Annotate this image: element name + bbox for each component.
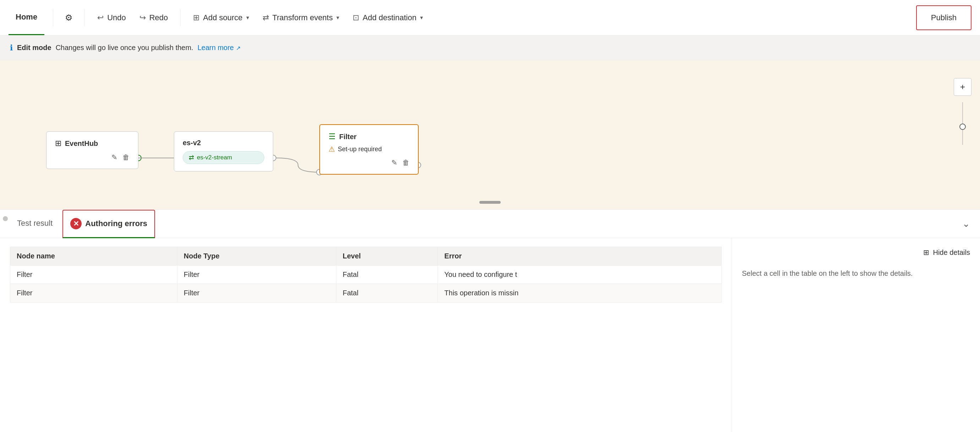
eventhub-title: EventHub: [65, 140, 98, 148]
error-table: Node name Node Type Level Error Filter F…: [10, 247, 722, 303]
eventhub-node: ⊞ EventHub ✎ 🗑: [46, 131, 138, 169]
tab-home[interactable]: Home: [8, 0, 45, 35]
add-destination-button[interactable]: ⊡ Add destination ▾: [346, 7, 430, 29]
row2-node-name: Filter: [10, 284, 177, 303]
stream-label: es-v2-stream: [197, 154, 232, 161]
row1-node-type: Filter: [177, 266, 336, 284]
add-source-label: Add source: [203, 13, 242, 22]
zoom-track: [962, 102, 963, 145]
table-row[interactable]: Filter Filter Fatal This operation is mi…: [10, 284, 722, 303]
undo-button[interactable]: ↩ Undo: [91, 7, 133, 29]
eventhub-icon: ⊞: [55, 139, 61, 148]
col-node-type: Node Type: [177, 247, 336, 266]
row1-node-name: Filter: [10, 266, 177, 284]
hide-details-label: Hide details: [933, 249, 970, 257]
gear-button[interactable]: ⚙: [59, 7, 79, 29]
filter-edit-button[interactable]: ✎: [391, 158, 398, 167]
hide-details-button[interactable]: ⊞ Hide details: [923, 248, 970, 257]
add-destination-label: Add destination: [363, 13, 417, 22]
row2-error: This operation is missin: [438, 284, 722, 303]
filter-title: Filter: [339, 133, 356, 141]
bottom-panel: Test result ✕ Authoring errors ⌄ Node na…: [0, 209, 980, 432]
warning-icon: ⚠: [329, 145, 335, 153]
transform-icon: ⇄: [262, 13, 269, 22]
separator-1: [53, 9, 53, 26]
panel-collapse-button[interactable]: ⌄: [962, 218, 970, 229]
row2-node-type: Filter: [177, 284, 336, 303]
undo-icon: ↩: [97, 13, 103, 22]
col-level: Level: [336, 247, 438, 266]
add-source-chevron: ▾: [246, 14, 249, 21]
col-error: Error: [438, 247, 722, 266]
table-header-row: Node name Node Type Level Error: [10, 247, 722, 266]
panel-tabs: Test result ✕ Authoring errors ⌄: [0, 210, 980, 238]
eventhub-delete-button[interactable]: 🗑: [123, 153, 129, 161]
stream-icon: ⇄: [189, 154, 194, 161]
filter-icon: ☰: [329, 132, 336, 141]
edit-mode-banner: ℹ Edit mode Changes will go live once yo…: [0, 35, 980, 61]
add-destination-chevron: ▾: [420, 14, 423, 21]
external-link-icon: ↗: [236, 45, 240, 51]
zoom-plus-button[interactable]: +: [954, 78, 972, 96]
tab-authoring-errors[interactable]: ✕ Authoring errors: [62, 210, 155, 238]
tab-home-label: Home: [16, 13, 37, 22]
learn-more-label: Learn more: [197, 44, 234, 51]
esv2-title: es-v2: [183, 139, 201, 147]
add-destination-icon: ⊡: [353, 13, 359, 22]
gear-icon: ⚙: [65, 13, 73, 23]
esv2-header: es-v2: [183, 139, 264, 147]
transform-events-button[interactable]: ⇄ Transform events ▾: [256, 7, 346, 29]
hide-details-icon: ⊞: [923, 248, 929, 257]
add-source-button[interactable]: ⊞ Add source ▾: [186, 7, 256, 29]
redo-label: Redo: [150, 13, 168, 22]
separator-2: [84, 9, 85, 26]
table-row[interactable]: Filter Filter Fatal You need to configur…: [10, 266, 722, 284]
row1-level: Fatal: [336, 266, 438, 284]
esv2-node: es-v2 ⇄ es-v2-stream: [174, 131, 273, 171]
publish-button[interactable]: Publish: [916, 5, 972, 30]
canvas-connectors: [0, 61, 980, 209]
edit-mode-label: Edit mode: [17, 44, 51, 52]
panel-content: Node name Node Type Level Error Filter F…: [0, 238, 980, 432]
sidebar-indicator: [3, 216, 8, 221]
learn-more-link[interactable]: Learn more ↗: [197, 44, 240, 52]
zoom-slider-container: [962, 99, 963, 148]
zoom-controls: +: [954, 78, 972, 148]
tab-test-result[interactable]: Test result: [10, 210, 60, 238]
test-result-label: Test result: [17, 218, 52, 228]
panel-detail: ⊞ Hide details Select a cell in the tabl…: [732, 238, 980, 432]
zoom-thumb[interactable]: [959, 124, 966, 130]
transform-label: Transform events: [272, 13, 333, 22]
filter-node: ☰ Filter ⚠ Set-up required ✎ 🗑: [319, 124, 419, 175]
row1-error: You need to configure t: [438, 266, 722, 284]
publish-label: Publish: [931, 13, 956, 22]
redo-icon: ↪: [140, 13, 146, 22]
eventhub-edit-button[interactable]: ✎: [111, 153, 118, 161]
authoring-errors-label: Authoring errors: [85, 219, 147, 228]
col-node-name: Node name: [10, 247, 177, 266]
canvas-area: ⊞ EventHub ✎ 🗑 es-v2 ⇄ es-v2-stream ☰ Fi…: [0, 61, 980, 209]
undo-label: Undo: [107, 13, 126, 22]
edit-mode-description: Changes will go live once you publish th…: [56, 44, 193, 52]
scroll-indicator: [479, 201, 501, 204]
setup-required-label: Set-up required: [338, 145, 382, 153]
stream-pill[interactable]: ⇄ es-v2-stream: [183, 151, 264, 164]
redo-button[interactable]: ↪ Redo: [133, 7, 175, 29]
setup-required-row: ⚠ Set-up required: [329, 145, 409, 153]
authoring-error-icon: ✕: [70, 218, 82, 229]
filter-actions: ✎ 🗑: [329, 158, 409, 167]
filter-delete-button[interactable]: 🗑: [402, 158, 409, 167]
eventhub-header: ⊞ EventHub: [55, 139, 129, 148]
detail-placeholder: Select a cell in the table on the left t…: [742, 269, 913, 277]
transform-chevron: ▾: [336, 14, 339, 21]
eventhub-actions: ✎ 🗑: [55, 153, 129, 161]
info-icon: ℹ: [10, 43, 13, 53]
separator-3: [180, 9, 181, 26]
toolbar: Home ⚙ ↩ Undo ↪ Redo ⊞ Add source ▾ ⇄ Tr…: [0, 0, 980, 35]
filter-header: ☰ Filter: [329, 132, 409, 141]
row2-level: Fatal: [336, 284, 438, 303]
add-source-icon: ⊞: [193, 13, 199, 22]
panel-main: Node name Node Type Level Error Filter F…: [0, 238, 732, 432]
